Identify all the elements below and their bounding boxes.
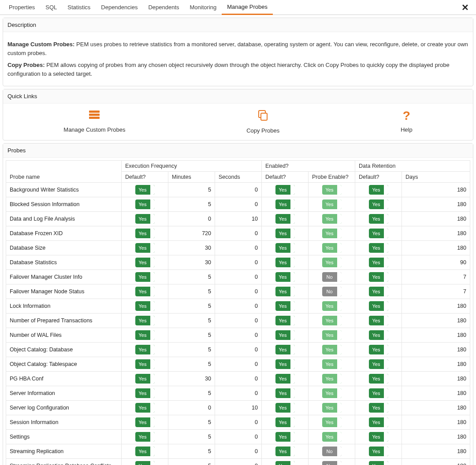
- cell-seconds[interactable]: 0: [215, 183, 262, 197]
- cell-minutes[interactable]: 30: [168, 241, 215, 255]
- toggle[interactable]: Yes: [275, 272, 295, 282]
- toggle[interactable]: Yes: [369, 258, 388, 267]
- tab-properties[interactable]: Properties: [4, 0, 40, 14]
- toggle[interactable]: Yes: [369, 447, 388, 456]
- toggle[interactable]: Yes: [369, 214, 388, 224]
- cell-days[interactable]: 90: [402, 255, 470, 270]
- toggle[interactable]: Yes: [322, 432, 342, 442]
- toggle[interactable]: Yes: [135, 243, 155, 253]
- toggle[interactable]: Yes: [135, 403, 155, 413]
- toggle[interactable]: Yes: [322, 243, 342, 253]
- cell-days[interactable]: 180: [402, 197, 470, 212]
- cell-minutes[interactable]: 5: [168, 328, 215, 343]
- cell-days[interactable]: 180: [402, 459, 470, 465]
- toggle[interactable]: Yes: [322, 388, 342, 398]
- toggle[interactable]: Yes: [275, 301, 295, 311]
- toggle[interactable]: Yes: [369, 403, 388, 413]
- toggle[interactable]: Yes: [275, 432, 295, 442]
- cell-days[interactable]: 180: [402, 401, 470, 415]
- toggle[interactable]: Yes: [135, 447, 155, 456]
- cell-seconds[interactable]: 10: [215, 212, 262, 226]
- toggle[interactable]: Yes: [135, 345, 155, 354]
- cell-days[interactable]: 180: [402, 357, 470, 372]
- toggle[interactable]: Yes: [135, 432, 155, 442]
- toggle[interactable]: Yes: [135, 330, 155, 340]
- cell-minutes[interactable]: 5: [168, 444, 215, 459]
- toggle[interactable]: Yes: [369, 287, 388, 296]
- cell-days[interactable]: 180: [402, 183, 470, 197]
- cell-minutes[interactable]: 5: [168, 183, 215, 197]
- toggle[interactable]: Yes: [369, 243, 388, 253]
- cell-days[interactable]: 7: [402, 270, 470, 284]
- tab-manage-probes[interactable]: Manage Probes: [222, 0, 273, 15]
- toggle[interactable]: Yes: [275, 330, 295, 340]
- toggle[interactable]: No: [322, 461, 342, 465]
- toggle[interactable]: Yes: [135, 229, 155, 238]
- toggle[interactable]: Yes: [322, 258, 342, 267]
- toggle[interactable]: Yes: [135, 316, 155, 325]
- cell-minutes[interactable]: 30: [168, 255, 215, 270]
- toggle[interactable]: Yes: [369, 272, 388, 282]
- cell-days[interactable]: 180: [402, 299, 470, 314]
- cell-days[interactable]: 7: [402, 284, 470, 299]
- cell-days[interactable]: 180: [402, 430, 470, 444]
- toggle[interactable]: Yes: [135, 461, 155, 465]
- cell-seconds[interactable]: 0: [215, 415, 262, 430]
- toggle[interactable]: Yes: [322, 330, 342, 340]
- toggle[interactable]: Yes: [275, 185, 295, 195]
- cell-seconds[interactable]: 0: [215, 197, 262, 212]
- tab-statistics[interactable]: Statistics: [62, 0, 96, 14]
- toggle[interactable]: Yes: [322, 374, 342, 384]
- toggle[interactable]: Yes: [275, 417, 295, 427]
- cell-minutes[interactable]: 5: [168, 197, 215, 212]
- toggle[interactable]: Yes: [369, 301, 388, 311]
- toggle[interactable]: Yes: [322, 359, 342, 369]
- cell-seconds[interactable]: 0: [215, 255, 262, 270]
- toggle[interactable]: Yes: [135, 258, 155, 267]
- toggle[interactable]: Yes: [322, 185, 342, 195]
- cell-days[interactable]: 180: [402, 226, 470, 241]
- cell-seconds[interactable]: 0: [215, 459, 262, 465]
- quick-link-copy-probes[interactable]: Copy Probes: [246, 110, 279, 134]
- cell-seconds[interactable]: 0: [215, 430, 262, 444]
- toggle[interactable]: Yes: [275, 388, 295, 398]
- close-icon[interactable]: ✕: [458, 0, 472, 15]
- toggle[interactable]: Yes: [369, 316, 388, 325]
- cell-seconds[interactable]: 0: [215, 372, 262, 386]
- cell-seconds[interactable]: 0: [215, 226, 262, 241]
- toggle[interactable]: Yes: [369, 461, 388, 465]
- cell-seconds[interactable]: 0: [215, 241, 262, 255]
- cell-minutes[interactable]: 5: [168, 386, 215, 401]
- cell-minutes[interactable]: 720: [168, 226, 215, 241]
- cell-minutes[interactable]: 0: [168, 212, 215, 226]
- toggle[interactable]: Yes: [369, 359, 388, 369]
- quick-link-help[interactable]: ?Help: [401, 110, 413, 134]
- cell-minutes[interactable]: 0: [168, 401, 215, 415]
- cell-days[interactable]: 180: [402, 386, 470, 401]
- toggle[interactable]: Yes: [135, 417, 155, 427]
- toggle[interactable]: Yes: [322, 403, 342, 413]
- tab-sql[interactable]: SQL: [40, 0, 62, 14]
- cell-seconds[interactable]: 0: [215, 444, 262, 459]
- cell-days[interactable]: 180: [402, 372, 470, 386]
- toggle[interactable]: Yes: [369, 199, 388, 209]
- toggle[interactable]: Yes: [135, 287, 155, 296]
- cell-minutes[interactable]: 5: [168, 284, 215, 299]
- toggle[interactable]: Yes: [275, 287, 295, 296]
- toggle[interactable]: Yes: [275, 447, 295, 456]
- toggle[interactable]: Yes: [369, 374, 388, 384]
- toggle[interactable]: Yes: [322, 345, 342, 354]
- toggle[interactable]: Yes: [135, 374, 155, 384]
- toggle[interactable]: Yes: [369, 388, 388, 398]
- tab-dependents[interactable]: Dependents: [143, 0, 184, 14]
- toggle[interactable]: Yes: [322, 199, 342, 209]
- toggle[interactable]: Yes: [275, 359, 295, 369]
- toggle[interactable]: Yes: [135, 199, 155, 209]
- toggle[interactable]: Yes: [135, 359, 155, 369]
- cell-minutes[interactable]: 5: [168, 299, 215, 314]
- cell-seconds[interactable]: 0: [215, 386, 262, 401]
- toggle[interactable]: Yes: [275, 229, 295, 238]
- toggle[interactable]: Yes: [275, 316, 295, 325]
- toggle[interactable]: Yes: [275, 345, 295, 354]
- toggle[interactable]: Yes: [275, 403, 295, 413]
